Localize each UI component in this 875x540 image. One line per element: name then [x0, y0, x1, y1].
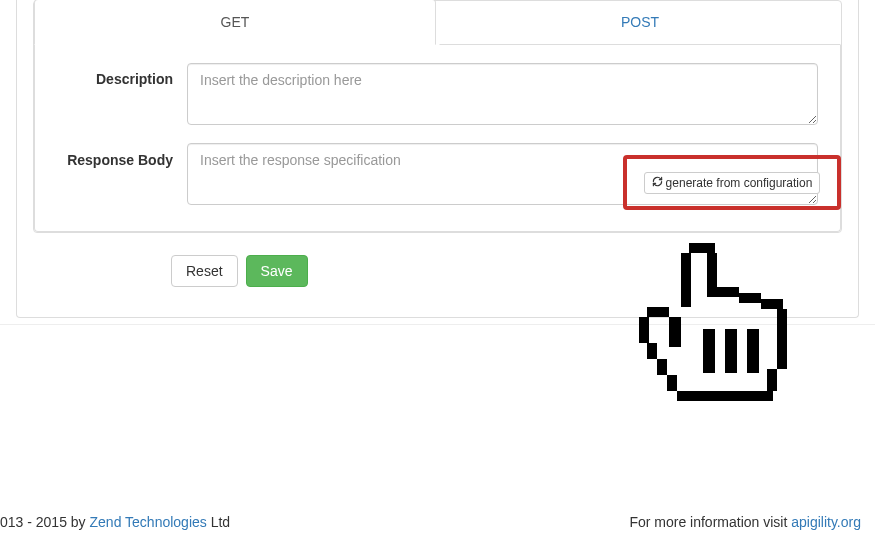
- svg-rect-17: [747, 329, 759, 373]
- refresh-icon: [652, 176, 663, 190]
- form-area: Description Response Body: [34, 45, 841, 232]
- form-group-description: Description: [57, 63, 818, 125]
- tab-post[interactable]: POST: [439, 0, 841, 45]
- footer-link-apigility[interactable]: apigility.org: [791, 514, 861, 530]
- svg-rect-14: [669, 317, 681, 347]
- separator: [0, 324, 875, 325]
- svg-rect-11: [667, 375, 677, 391]
- save-button[interactable]: Save: [246, 255, 308, 287]
- svg-rect-16: [725, 329, 737, 373]
- reset-button[interactable]: Reset: [171, 255, 238, 287]
- svg-rect-12: [677, 391, 773, 401]
- footer-left: 013 - 2015 by Zend Technologies Ltd: [0, 514, 230, 530]
- footer-left-prefix: 013 - 2015 by: [0, 514, 90, 530]
- footer-right-prefix: For more information visit: [629, 514, 791, 530]
- footer: 013 - 2015 by Zend Technologies Ltd For …: [0, 514, 861, 530]
- svg-rect-15: [703, 329, 715, 373]
- outer-panel: GET POST Description Response Body: [16, 0, 859, 318]
- footer-right: For more information visit apigility.org: [629, 514, 861, 530]
- footer-left-suffix: Ltd: [207, 514, 230, 530]
- tab-get[interactable]: GET: [34, 0, 436, 45]
- generate-button-label: generate from configuration: [666, 176, 813, 190]
- description-label: Description: [57, 63, 187, 87]
- description-input[interactable]: [187, 63, 818, 125]
- response-body-label: Response Body: [57, 143, 187, 170]
- svg-rect-6: [777, 309, 787, 369]
- svg-rect-8: [639, 317, 649, 343]
- button-row: Reset Save: [171, 255, 858, 287]
- generate-from-configuration-button[interactable]: generate from configuration: [644, 172, 821, 194]
- footer-link-zend[interactable]: Zend Technologies: [90, 514, 207, 530]
- svg-rect-9: [647, 343, 657, 359]
- svg-rect-10: [657, 359, 667, 375]
- inner-panel: GET POST Description Response Body: [33, 0, 842, 233]
- svg-rect-13: [767, 369, 777, 391]
- tabs: GET POST: [34, 0, 841, 46]
